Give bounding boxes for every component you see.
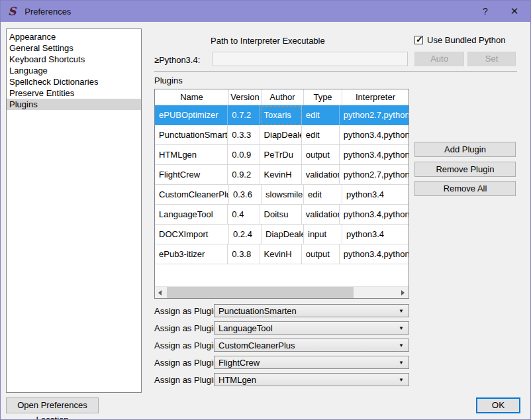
cell-interpreter[interactable]: python2.7,python xyxy=(340,105,409,125)
chevron-down-icon: ▼ xyxy=(399,342,404,348)
plugin-row-punctuationsmarten[interactable]: PunctuationSmarten0.3.3DiapDealereditpyt… xyxy=(155,125,409,145)
section-separator xyxy=(154,71,517,72)
cell-author[interactable]: KevinH xyxy=(260,244,302,264)
interpreter-path-input xyxy=(213,52,408,66)
auto-button: Auto xyxy=(414,52,464,66)
checkmark-icon: ✓ xyxy=(416,34,423,44)
cell-version[interactable]: 0.3.6 xyxy=(229,185,262,205)
title-bar: S Preferences ? ✕ xyxy=(1,1,530,22)
cell-name[interactable]: CustomCleanerPlus xyxy=(155,185,229,205)
plugin-row-epuboptimizer[interactable]: ePUBOptimizer0.7.2Toxariseditpython2.7,p… xyxy=(155,105,409,125)
help-button[interactable]: ? xyxy=(471,1,500,22)
cell-author[interactable]: PeTrDu xyxy=(260,145,302,165)
cell-interpreter[interactable]: python3.4,python xyxy=(340,205,409,225)
table-empty-area xyxy=(155,264,409,286)
cell-version[interactable]: 0.2.4 xyxy=(229,225,262,244)
column-header-author[interactable]: Author xyxy=(262,89,304,105)
cell-type[interactable]: validation xyxy=(302,205,340,225)
cell-name[interactable]: HTMLgen xyxy=(155,145,228,165)
scroll-left-arrow-icon[interactable] xyxy=(155,287,166,298)
open-preferences-location-button[interactable]: Open Preferences Location xyxy=(6,397,99,413)
close-icon[interactable]: ✕ xyxy=(500,1,529,22)
sigil-logo-icon: S xyxy=(8,5,16,18)
cell-name[interactable]: LanguageTool xyxy=(155,205,228,225)
cell-name[interactable]: DOCXImport xyxy=(155,225,229,244)
plugins-table: NameVersionAuthorTypeInterpreter ePUBOpt… xyxy=(154,89,409,299)
plugin-row-customcleanerplus[interactable]: CustomCleanerPlus0.3.6slowsmileeditpytho… xyxy=(155,185,409,205)
cell-author[interactable]: Toxaris xyxy=(260,105,302,125)
column-header-version[interactable]: Version xyxy=(229,89,262,105)
chevron-down-icon: ▼ xyxy=(399,308,404,314)
sidebar-item-preserve-entities[interactable]: Preserve Entities xyxy=(7,87,141,99)
cell-name[interactable]: ePub3-itizer xyxy=(155,244,228,264)
sidebar-item-spellcheck-dictionaries[interactable]: Spellcheck Dictionaries xyxy=(7,76,141,87)
cell-interpreter[interactable]: python3.4,python xyxy=(340,125,409,145)
sidebar-item-general-settings[interactable]: General Settings xyxy=(7,42,141,54)
sidebar-item-appearance[interactable]: Appearance xyxy=(7,31,141,42)
ok-button[interactable]: OK xyxy=(476,397,520,413)
use-bundled-python-checkbox[interactable]: ✓ Use Bundled Python xyxy=(414,35,506,45)
cell-author[interactable]: Doitsu xyxy=(260,205,302,225)
python-version-label: ≥Python3.4: xyxy=(154,55,200,65)
cell-interpreter[interactable]: python3.4,python xyxy=(340,145,409,165)
plugin-row-htmlgen[interactable]: HTMLgen0.0.9PeTrDuoutputpython3.4,python xyxy=(155,145,409,165)
sidebar-item-keyboard-shortcuts[interactable]: Keyboard Shortcuts xyxy=(7,54,141,65)
assign-plugin-5-dropdown[interactable]: HTMLgen▼ xyxy=(214,373,409,386)
column-header-name[interactable]: Name xyxy=(155,89,229,105)
plugin-row-epub3-itizer[interactable]: ePub3-itizer0.3.8KevinHoutputpython3.4,p… xyxy=(155,244,409,264)
dropdown-selected-value: FlightCrew xyxy=(215,358,399,368)
cell-type[interactable]: edit xyxy=(302,105,340,125)
checkbox-box-icon: ✓ xyxy=(414,36,423,44)
assign-plugin-3-dropdown[interactable]: CustomCleanerPlus▼ xyxy=(214,339,409,352)
dropdown-selected-value: HTMLgen xyxy=(215,375,399,385)
cell-type[interactable]: output xyxy=(302,244,340,264)
cell-version[interactable]: 0.3.3 xyxy=(228,125,260,145)
cell-name[interactable]: FlightCrew xyxy=(155,165,228,185)
remove-plugin-button[interactable]: Remove Plugin xyxy=(414,162,516,177)
cell-type[interactable]: validation xyxy=(302,165,340,185)
preferences-dialog: S Preferences ? ✕ AppearanceGeneral Sett… xyxy=(0,0,531,420)
sidebar-item-language[interactable]: Language xyxy=(7,65,141,76)
column-header-interpreter[interactable]: Interpreter xyxy=(342,89,409,105)
cell-name[interactable]: ePUBOptimizer xyxy=(155,105,228,125)
cell-interpreter[interactable]: python3.4 xyxy=(342,225,409,244)
sidebar-item-plugins[interactable]: Plugins xyxy=(7,99,141,110)
cell-version[interactable]: 0.9.2 xyxy=(228,165,260,185)
cell-version[interactable]: 0.3.8 xyxy=(228,244,260,264)
cell-type[interactable]: edit xyxy=(304,185,342,205)
cell-version[interactable]: 0.0.9 xyxy=(228,145,260,165)
scroll-right-arrow-icon[interactable] xyxy=(397,287,409,298)
cell-name[interactable]: PunctuationSmarten xyxy=(155,125,228,145)
assign-plugin-4-dropdown[interactable]: FlightCrew▼ xyxy=(214,356,409,369)
cell-author[interactable]: DiapDealer xyxy=(260,125,302,145)
scrollbar-thumb[interactable] xyxy=(167,287,354,298)
cell-author[interactable]: KevinH xyxy=(260,165,302,185)
chevron-down-icon: ▼ xyxy=(399,325,404,331)
chevron-down-icon: ▼ xyxy=(399,377,404,383)
cell-interpreter[interactable]: python3.4 xyxy=(342,185,409,205)
assign-plugin-1-dropdown[interactable]: PunctuationSmarten▼ xyxy=(214,304,409,317)
plugin-row-flightcrew[interactable]: FlightCrew0.9.2KevinHvalidationpython2.7… xyxy=(155,165,409,185)
cell-version[interactable]: 0.7.2 xyxy=(228,105,260,125)
add-plugin-button[interactable]: Add Plugin xyxy=(414,142,516,157)
horizontal-scrollbar[interactable] xyxy=(155,286,409,298)
cell-version[interactable]: 0.4 xyxy=(228,205,260,225)
cell-type[interactable]: input xyxy=(304,225,342,244)
plugin-row-languagetool[interactable]: LanguageTool0.4Doitsuvalidationpython3.4… xyxy=(155,205,409,225)
cell-author[interactable]: DiapDealer xyxy=(262,225,304,244)
remove-all-button[interactable]: Remove All xyxy=(414,181,516,196)
scrollbar-track[interactable] xyxy=(166,287,397,298)
window-title: Preferences xyxy=(24,7,71,17)
cell-interpreter[interactable]: python3.4,python xyxy=(340,244,409,264)
column-header-type[interactable]: Type xyxy=(304,89,342,105)
chevron-down-icon: ▼ xyxy=(399,360,404,366)
cell-interpreter[interactable]: python2.7,python xyxy=(340,165,409,185)
cell-author[interactable]: slowsmile xyxy=(262,185,304,205)
path-to-interpreter-label: Path to Interpreter Executable xyxy=(211,36,325,46)
cell-type[interactable]: edit xyxy=(302,125,340,145)
plugin-row-docximport[interactable]: DOCXImport0.2.4DiapDealerinputpython3.4 xyxy=(155,225,409,244)
set-button: Set xyxy=(467,52,516,66)
cell-type[interactable]: output xyxy=(302,145,340,165)
assign-plugin-2-dropdown[interactable]: LanguageTool▼ xyxy=(214,321,409,335)
use-bundled-python-label: Use Bundled Python xyxy=(427,35,506,45)
